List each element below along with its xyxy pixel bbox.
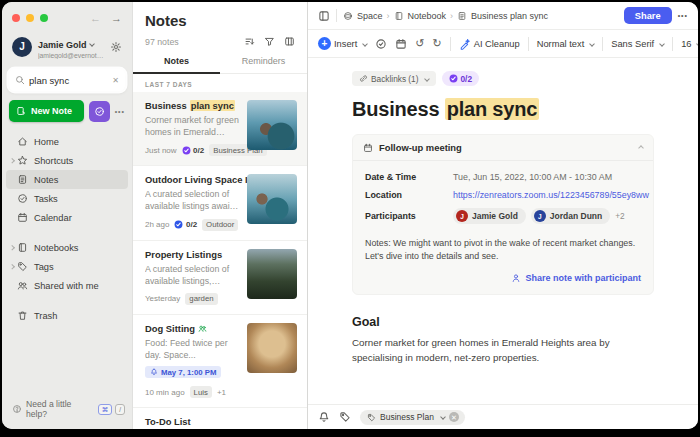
zoom-window-button[interactable]	[40, 14, 48, 22]
note-more-button[interactable]: •••	[678, 12, 688, 19]
sidebar-nav: HomeShortcutsNotesTasksCalendarNotebooks…	[2, 132, 132, 325]
reminder-chip[interactable]: May 7, 1:00 PM	[145, 366, 221, 378]
note-card[interactable]: Property ListingsA curated selection of …	[133, 241, 307, 315]
goal-heading[interactable]: Goal	[352, 315, 654, 329]
add-reminder-icon[interactable]	[318, 411, 330, 423]
insert-task-icon[interactable]	[375, 38, 387, 50]
chevron-up-icon[interactable]	[638, 145, 644, 151]
ai-cleanup-button[interactable]: AI Cleanup	[459, 38, 520, 50]
breadcrumb: Space › Notebook › Business plan sync	[343, 11, 548, 21]
task-check-icon	[94, 106, 105, 117]
note-card[interactable]: Business plan syncCorner market for gree…	[133, 92, 307, 166]
tasks-progress-badge: 0/2	[174, 220, 197, 229]
redo-icon[interactable]: ↻	[432, 37, 441, 50]
avatar: J	[12, 37, 32, 57]
close-window-button[interactable]	[12, 14, 20, 22]
share-button[interactable]: Share	[624, 7, 672, 24]
sidebar-item-tags[interactable]: Tags	[6, 257, 128, 276]
search-input[interactable]	[29, 75, 108, 86]
note-tag-chip[interactable]: Business Plan ✕	[360, 410, 465, 425]
participant-chip[interactable]: J Jamie Gold	[453, 208, 526, 224]
tag-chip[interactable]: Luis	[190, 386, 212, 398]
meeting-row-datetime: Date & Time Tue, Jun 15, 2022, 10:00 AM …	[365, 172, 641, 182]
sidebar-more-button[interactable]: •••	[115, 108, 125, 115]
shared-icon	[17, 280, 28, 291]
font-family-select[interactable]: Sans Serif	[611, 39, 664, 49]
more-tags[interactable]: +1	[217, 388, 226, 397]
note-card-snippet: Food: Feed twice per day. Space...	[145, 337, 239, 361]
nav-back-icon[interactable]: ←	[90, 12, 101, 24]
font-size-select[interactable]: 16	[681, 39, 698, 49]
note-card-title: Dog Sitting	[145, 323, 239, 334]
tasks-progress-chip[interactable]: 0/2	[442, 71, 480, 86]
goal-paragraph[interactable]: Corner market for green homes in Emerald…	[352, 335, 654, 365]
person-icon	[511, 273, 521, 283]
sidebar-item-label: Notes	[34, 175, 58, 185]
breadcrumb-notebook[interactable]: Notebook	[408, 11, 447, 21]
meeting-notes[interactable]: Notes: We might want to pivot in the wak…	[365, 237, 641, 264]
insert-menu[interactable]: + Insert	[318, 37, 367, 50]
sort-icon[interactable]	[244, 36, 255, 47]
tag-chip[interactable]: Outdoor	[202, 219, 238, 231]
new-note-button[interactable]: New Note	[9, 100, 84, 122]
note-card[interactable]: Dog SittingFood: Feed twice per day. Spa…	[133, 315, 307, 408]
tab-reminders[interactable]: Reminders	[220, 56, 307, 73]
layout-icon[interactable]	[284, 36, 295, 47]
meeting-card-header[interactable]: Follow-up meeting	[353, 135, 653, 161]
chevron-down-icon	[697, 41, 698, 47]
sidebar-item-trash[interactable]: Trash	[6, 306, 128, 325]
breadcrumb-space[interactable]: Space	[357, 11, 383, 21]
filter-icon[interactable]	[264, 36, 275, 47]
sidebar-item-shortcuts[interactable]: Shortcuts	[6, 151, 128, 170]
participant-chip[interactable]: J Jordan Dunn	[531, 208, 610, 224]
sidebar-item-tasks[interactable]: Tasks	[6, 189, 128, 208]
nav-forward-icon[interactable]: →	[111, 12, 122, 24]
app-window: ← → J Jamie Gold jamiegold@evernote.com …	[2, 2, 698, 429]
trash-icon	[17, 310, 28, 321]
sidebar-item-label: Tasks	[34, 194, 58, 204]
sidebar-item-calendar[interactable]: Calendar	[6, 208, 128, 227]
sidebar-item-home[interactable]: Home	[6, 132, 128, 151]
backlinks-chip[interactable]: Backlinks (1)	[352, 71, 436, 86]
minimize-window-button[interactable]	[26, 14, 34, 22]
divider	[672, 37, 673, 51]
search-box[interactable]: ✕	[9, 69, 125, 91]
remove-tag-icon[interactable]: ✕	[449, 412, 459, 422]
note-card[interactable]: Outdoor Living Space IdeasA curated sele…	[133, 166, 307, 240]
divider	[528, 37, 529, 51]
chevron-down-icon	[440, 414, 446, 420]
meeting-location-link[interactable]: https://zenreators.zoom.us/1223456789/55…	[453, 190, 649, 200]
expand-note-icon[interactable]	[318, 10, 330, 22]
help-row[interactable]: Need a little help? ⌘ /	[12, 399, 125, 419]
notes-count: 97 notes	[145, 37, 179, 47]
text-style-select[interactable]: Normal text	[537, 39, 595, 49]
clear-search-icon[interactable]: ✕	[112, 76, 119, 85]
participants-more[interactable]: +2	[615, 211, 624, 221]
home-icon	[17, 136, 28, 147]
tag-chip[interactable]: garden	[185, 293, 217, 305]
gear-icon[interactable]	[110, 41, 122, 53]
insert-calendar-icon[interactable]	[395, 38, 407, 50]
divider	[336, 9, 337, 22]
sidebar-item-label: Calendar	[34, 213, 72, 223]
note-title[interactable]: Business plan sync	[352, 98, 654, 121]
note-card-title: Property Listings	[145, 249, 239, 260]
calendar-icon	[363, 143, 373, 153]
chevron-down-icon	[89, 41, 95, 47]
note-thumbnail	[247, 323, 297, 373]
sidebar-item-label: Tags	[34, 262, 54, 272]
sidebar-item-shared-with-me[interactable]: Shared with me	[6, 276, 128, 295]
sidebar-item-notebooks[interactable]: Notebooks	[6, 238, 128, 257]
account-switcher[interactable]: J Jamie Gold jamiegold@evernote.com	[2, 34, 132, 59]
tab-notes[interactable]: Notes	[133, 56, 220, 74]
share-note-link[interactable]: Share note with participant	[365, 273, 641, 283]
sidebar-item-notes[interactable]: Notes	[6, 170, 128, 189]
notebooks-icon	[17, 242, 28, 253]
undo-icon[interactable]: ↺	[415, 37, 424, 50]
new-task-button[interactable]	[89, 101, 110, 122]
editor-toolbar: + Insert ↺ ↻ AI Cleanup Normal text Sans…	[308, 30, 698, 58]
add-tag-icon[interactable]	[339, 411, 351, 423]
list-tabs: Notes Reminders	[133, 56, 307, 74]
breadcrumb-note[interactable]: Business plan sync	[471, 11, 548, 21]
note-card[interactable]: To-Do ListPrep for client meeting and wa…	[133, 408, 307, 429]
